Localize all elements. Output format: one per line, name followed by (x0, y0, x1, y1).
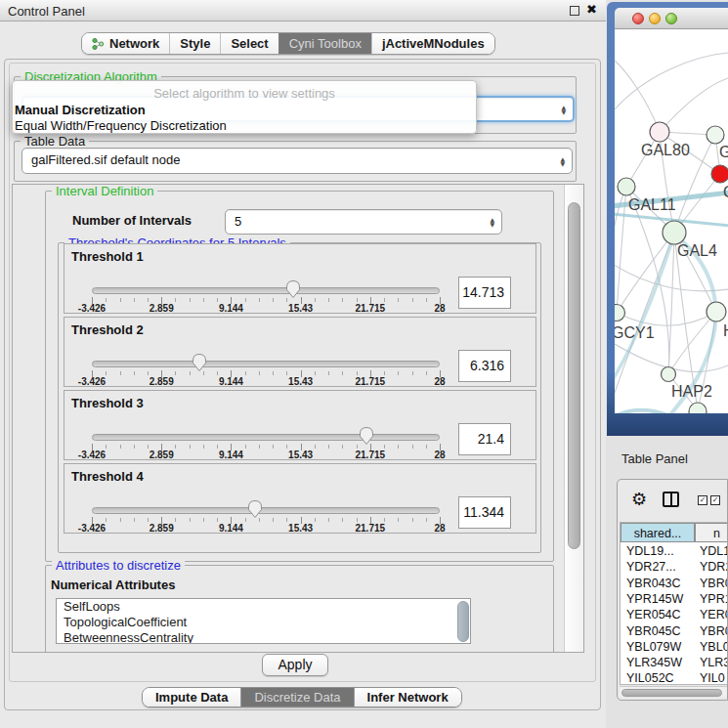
network-node-gal4[interactable] (663, 221, 686, 244)
close-icon[interactable]: ✖ (586, 2, 597, 17)
slider-track[interactable] (92, 507, 440, 514)
checkbox-icon[interactable]: ✓ (710, 495, 720, 505)
bottom-tab-impute-data[interactable]: Impute Data (143, 688, 240, 707)
checkbox-icon[interactable]: ✓ (698, 495, 707, 505)
network-edge[interactable] (660, 78, 728, 132)
table-row[interactable]: YDL19...YDL1 (621, 543, 728, 559)
tick-mark (259, 298, 260, 302)
tick-mark (328, 518, 329, 522)
tick-mark (412, 298, 413, 302)
slider-thumb[interactable] (359, 426, 374, 450)
table-row[interactable]: YBR043CYBR0 (621, 576, 728, 591)
slider-track[interactable] (92, 287, 440, 294)
table-row[interactable]: YER054CYER0 (621, 607, 728, 622)
slider-thumb[interactable] (285, 279, 301, 303)
table-horizontal-scrollbar[interactable] (620, 686, 728, 697)
number-of-intervals-combo[interactable]: 5 ▲▼ (225, 209, 502, 235)
tick-mark (315, 445, 316, 449)
tick-mark (106, 518, 107, 522)
bottom-tab-infer-network[interactable]: Infer Network (354, 688, 461, 707)
slider-track[interactable] (92, 361, 440, 367)
tick-mark (342, 518, 343, 522)
network-node-c[interactable] (711, 165, 728, 183)
tick-label: 2.859 (132, 523, 191, 534)
table-row[interactable]: YLR345WYLR3 (621, 655, 728, 670)
tab-cyni-toolbox[interactable]: Cyni Toolbox (278, 33, 371, 54)
attribute-list-item[interactable]: TopologicalCoefficient (57, 615, 470, 630)
cell-name: YDR2 (700, 559, 728, 575)
algorithm-placeholder-option[interactable]: Select algorithm to view settings (13, 86, 476, 101)
table-row[interactable]: YIL052CYIL0 (621, 670, 728, 685)
slider-thumb[interactable] (192, 353, 207, 376)
tick-mark (273, 371, 274, 375)
algorithm-option-equal-width[interactable]: Equal Width/Frequency Discretization (15, 118, 227, 133)
scrollbar-thumb[interactable] (621, 689, 722, 697)
network-edge[interactable] (668, 312, 716, 374)
algorithm-option-manual[interactable]: Manual Discretization (15, 103, 146, 117)
minimize-traffic-light-icon[interactable] (649, 13, 661, 24)
attribute-list-item[interactable]: SelfLoops (57, 599, 470, 615)
table-row[interactable]: YBR045CYBR0 (621, 623, 728, 639)
close-traffic-light-icon[interactable] (632, 13, 644, 24)
network-node-label: GAL4 (677, 242, 717, 259)
threshold-value-field[interactable]: 14.713 (458, 277, 511, 309)
attributes-list-scrollbar[interactable] (457, 601, 469, 642)
network-edge[interactable] (617, 233, 674, 313)
tick-mark (203, 518, 204, 522)
network-node-hap2[interactable] (662, 367, 676, 382)
table-data-combo[interactable]: galFiltered.sif default node ▲▼ (21, 148, 573, 174)
scrollbar-thumb[interactable] (568, 202, 580, 549)
column-layout-icon[interactable] (663, 492, 679, 507)
network-window-titlebar[interactable] (615, 8, 728, 29)
thresholds-group: Threshold's Coordinates for 5 Intervals … (58, 242, 541, 553)
tick-label: 9.144 (201, 376, 260, 387)
attribute-list-item[interactable]: BetweennessCentrality (57, 630, 470, 644)
numerical-attributes-list[interactable]: SelfLoopsTopologicalCoefficientBetweenne… (56, 598, 471, 644)
network-node-gcy1[interactable] (615, 305, 625, 321)
bottom-tab-discretize-data[interactable]: Discretize Data (240, 688, 353, 707)
cell-name: YBL0 (700, 639, 728, 655)
column-header-name[interactable]: n (695, 523, 728, 542)
tick-mark (342, 371, 343, 375)
tab-jactivemnodules[interactable]: jActiveMNodules (371, 33, 494, 54)
tick-mark (190, 371, 191, 375)
table-row[interactable]: YBL079WYBL0 (621, 639, 728, 655)
cell-shared-name: YBL079W (626, 639, 681, 655)
tick-mark (245, 445, 246, 449)
threshold-value-field[interactable]: 6.316 (458, 350, 511, 382)
tick-mark (384, 371, 385, 375)
network-node-gal80[interactable] (650, 122, 669, 142)
table-row[interactable]: YDR27...YDR2 (621, 559, 728, 575)
cell-name: YBR0 (700, 623, 728, 639)
node-table[interactable]: shared... n YDL19...YDL1YDR27...YDR2YBR0… (620, 522, 728, 685)
zoom-traffic-light-icon[interactable] (665, 13, 677, 24)
slider-thumb[interactable] (247, 499, 263, 523)
network-node-ga[interactable] (707, 126, 724, 144)
tab-style[interactable]: Style (169, 33, 220, 54)
tick-mark (286, 518, 287, 522)
number-of-intervals-value: 5 (235, 214, 241, 229)
tick-mark (203, 298, 204, 302)
network-node-h[interactable] (707, 302, 726, 321)
tick-mark (342, 445, 343, 449)
table-row[interactable]: YPR145WYPR1 (621, 591, 728, 607)
network-node[interactable] (689, 403, 707, 413)
cell-shared-name: YPR145W (626, 591, 683, 607)
tick-label: 9.144 (201, 523, 260, 534)
apply-button[interactable]: Apply (262, 654, 328, 676)
network-edge[interactable] (615, 61, 660, 132)
threshold-panel-2: Threshold 2-3.4262.8599.14415.4321.71528… (64, 317, 536, 387)
column-header-shared-name[interactable]: shared... (621, 523, 695, 542)
network-node-gal11[interactable] (618, 178, 635, 195)
tick-mark (217, 518, 218, 522)
number-of-intervals-label: Number of Intervals (72, 213, 192, 228)
network-canvas[interactable]: GAL80GACGAL11GAL4GCY1HHAP2 (615, 29, 728, 413)
threshold-value-field[interactable]: 21.4 (458, 423, 511, 455)
tab-select[interactable]: Select (220, 33, 278, 54)
tab-network[interactable]: Network (82, 33, 169, 54)
settings-vertical-scrollbar[interactable] (564, 185, 583, 652)
threshold-value-field[interactable]: 11.344 (458, 496, 511, 529)
gear-icon[interactable]: ⚙ (631, 489, 647, 509)
float-window-icon[interactable] (570, 6, 579, 16)
slider-track[interactable] (92, 434, 440, 441)
